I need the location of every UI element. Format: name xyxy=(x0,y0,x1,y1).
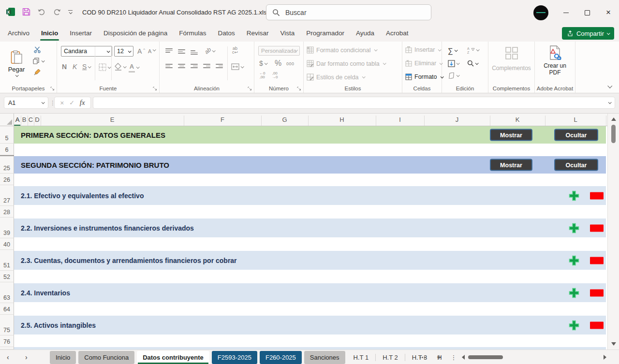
search-input[interactable] xyxy=(284,8,412,17)
sheet-tab-como-funciona[interactable]: Como Funciona xyxy=(78,351,134,364)
ribbon-tab-acrobat[interactable]: Acrobat xyxy=(380,25,414,42)
search-box[interactable] xyxy=(266,4,431,20)
row-header-6[interactable]: 6 xyxy=(0,144,14,155)
align-right-icon[interactable] xyxy=(191,64,198,69)
addins-button[interactable]: Complementos xyxy=(488,46,534,72)
font-dialog-launcher-icon[interactable] xyxy=(153,87,157,91)
row-header-63[interactable]: 63 xyxy=(0,282,14,303)
row-header-64[interactable]: 64 xyxy=(0,303,14,315)
customize-quick-access-icon[interactable] xyxy=(68,10,73,14)
sheet-tab-sanciones[interactable]: Sanciones xyxy=(304,351,345,364)
column-header-l[interactable]: L xyxy=(574,114,577,126)
hscroll-right-icon[interactable] xyxy=(604,355,606,360)
bold-button[interactable]: N xyxy=(62,63,67,71)
conditional-formatting-button[interactable]: Formato condicional xyxy=(307,46,377,54)
clear-icon[interactable] xyxy=(448,73,459,79)
align-center-icon[interactable] xyxy=(178,64,185,69)
sheet-tab-datos-contribuyente[interactable]: Datos contribuyente xyxy=(137,351,209,364)
row-header-75[interactable]: 75 xyxy=(0,315,14,335)
underline-button[interactable]: S xyxy=(82,63,90,71)
collapse-minus-icon-row-63[interactable] xyxy=(590,289,604,296)
font-family-select[interactable]: Candara xyxy=(61,46,112,57)
ribbon-tab-f-rmulas[interactable]: Fórmulas xyxy=(173,25,212,42)
number-dialog-launcher-icon[interactable] xyxy=(297,87,301,91)
ribbon-tab-disposici-n-de-p-gina[interactable]: Disposición de página xyxy=(98,25,173,42)
paste-button[interactable]: Pegar xyxy=(4,45,29,82)
align-middle-icon[interactable] xyxy=(178,49,185,55)
column-header-h[interactable]: H xyxy=(339,114,344,126)
restore-button[interactable] xyxy=(576,0,598,25)
sheet-tab-h-t-1[interactable]: H.T 1 xyxy=(348,351,375,364)
ribbon-tab-insertar[interactable]: Insertar xyxy=(64,25,98,42)
delete-cells-button[interactable]: Eliminar xyxy=(405,60,442,67)
row-header-40[interactable]: 40 xyxy=(0,238,14,250)
find-select-icon[interactable] xyxy=(467,60,478,67)
autosum-icon[interactable]: ∑ xyxy=(448,46,457,55)
italic-button[interactable]: K xyxy=(73,63,77,71)
ribbon-tab-inicio[interactable]: Inicio xyxy=(35,25,64,42)
name-box[interactable]: A1 xyxy=(4,97,48,109)
number-format-select[interactable]: Personalizada xyxy=(258,46,300,56)
collapse-minus-icon-row-51[interactable] xyxy=(590,257,604,264)
wrap-text-icon[interactable]: ab c↩ xyxy=(232,46,238,54)
excel-logo-icon[interactable]: X xyxy=(6,7,15,16)
undo-icon[interactable] xyxy=(37,8,46,15)
column-header-a[interactable]: A xyxy=(15,114,20,126)
collapse-minus-icon-row-27[interactable] xyxy=(590,192,604,199)
decrease-indent-icon[interactable] xyxy=(203,64,210,69)
prev-sheet-icon[interactable]: ‹ xyxy=(7,350,9,364)
format-painter-icon[interactable] xyxy=(34,69,41,75)
cell-styles-button[interactable]: Estilos de celda xyxy=(307,73,365,81)
cell-band[interactable]: 2.1. Efectivo y equivalentes al efectivo xyxy=(14,186,606,205)
redo-icon[interactable] xyxy=(53,8,61,15)
sort-filter-icon[interactable]: AZ xyxy=(467,46,479,54)
clipboard-dialog-launcher-icon[interactable] xyxy=(50,87,55,91)
ribbon-tab-archivo[interactable]: Archivo xyxy=(2,25,35,42)
sheet-options-icon[interactable]: ⋮ xyxy=(450,350,457,364)
ribbon-tab-programador[interactable]: Programador xyxy=(300,25,350,42)
minimize-button[interactable] xyxy=(555,0,576,25)
hscroll-left-icon[interactable] xyxy=(462,355,465,360)
column-header-g[interactable]: G xyxy=(282,114,287,126)
ocultar-button-row-25[interactable]: Ocultar xyxy=(554,159,598,171)
scroll-up-icon[interactable] xyxy=(611,117,616,121)
sheet-tab-f2593-2025[interactable]: F2593-2025 xyxy=(212,351,257,364)
row-header-76[interactable]: 76 xyxy=(0,335,14,347)
currency-format-icon[interactable]: $ xyxy=(259,59,267,67)
expand-plus-icon-row-27[interactable] xyxy=(569,190,579,201)
insert-cells-button[interactable]: Insertar xyxy=(405,46,441,53)
cell-band[interactable]: 2.4. Inventarios xyxy=(14,283,606,302)
row-header-39[interactable]: 39 xyxy=(0,218,14,238)
comma-format-icon[interactable]: 000 xyxy=(286,61,295,66)
confirm-entry-icon[interactable]: ✓ xyxy=(69,99,74,106)
grow-font-icon[interactable]: A^ xyxy=(137,47,145,55)
column-header-j[interactable]: J xyxy=(456,114,459,126)
format-as-table-button[interactable]: Dar formato como tabla xyxy=(307,60,385,67)
expand-plus-icon-row-63[interactable] xyxy=(569,288,579,298)
ribbon-tab-revisar[interactable]: Revisar xyxy=(241,25,275,42)
merge-center-icon[interactable] xyxy=(231,63,243,70)
fill-down-icon[interactable] xyxy=(448,60,459,67)
row-header-5[interactable]: 5 xyxy=(0,126,14,144)
insert-function-icon[interactable]: fx xyxy=(80,99,85,107)
align-top-icon[interactable] xyxy=(165,48,173,54)
ribbon-tab-ayuda[interactable]: Ayuda xyxy=(350,25,380,42)
align-bottom-icon[interactable] xyxy=(191,50,198,56)
ribbon-tab-datos[interactable]: Datos xyxy=(212,25,240,42)
row-header-26[interactable]: 26 xyxy=(0,174,14,185)
percent-format-icon[interactable]: % xyxy=(275,59,281,68)
formula-input[interactable] xyxy=(93,97,615,109)
expand-plus-icon-row-51[interactable] xyxy=(569,255,579,266)
vertical-scroll-thumb[interactable] xyxy=(611,125,616,143)
horizontal-scroll-thumb[interactable] xyxy=(468,355,503,359)
cell-band[interactable]: 2.5. Activos intangibles xyxy=(14,316,606,335)
font-size-select[interactable]: 12 xyxy=(114,46,133,57)
expand-plus-icon-row-75[interactable] xyxy=(569,320,579,331)
column-header-c[interactable]: C xyxy=(29,114,33,126)
fill-color-icon[interactable] xyxy=(115,63,126,71)
column-header-e[interactable]: E xyxy=(110,114,115,126)
collapse-minus-icon-row-39[interactable] xyxy=(590,224,604,232)
copy-icon[interactable] xyxy=(33,58,44,64)
save-icon[interactable] xyxy=(22,8,30,16)
more-sheets-icon[interactable]: ••• xyxy=(416,350,429,364)
